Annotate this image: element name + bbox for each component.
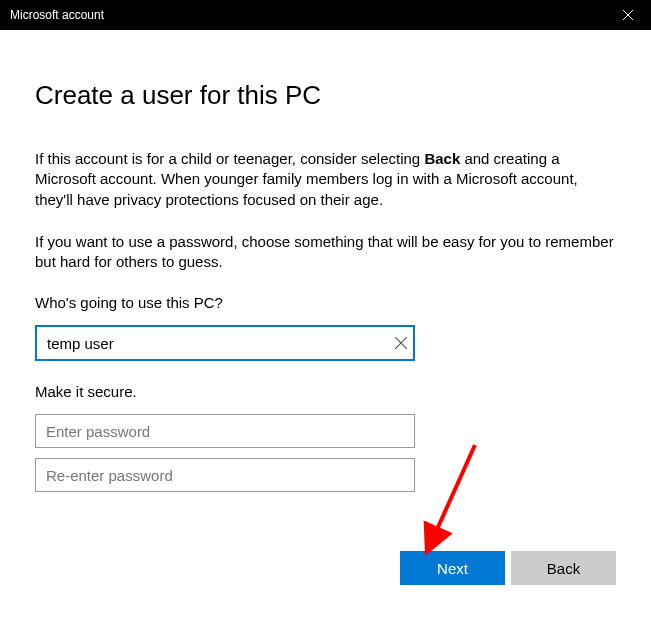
intro-paragraph-1: If this account is for a child or teenag… [35,149,616,210]
password-input[interactable] [35,414,415,448]
username-label: Who's going to use this PC? [35,294,616,311]
footer-buttons: Next Back [400,551,616,585]
close-icon [623,10,633,20]
intro-bold-back: Back [424,150,460,167]
close-button[interactable] [605,0,651,30]
next-button[interactable]: Next [400,551,505,585]
x-icon [395,337,407,349]
secure-label: Make it secure. [35,383,616,400]
username-input-wrap [35,325,415,361]
password-confirm-input[interactable] [35,458,415,492]
back-button[interactable]: Back [511,551,616,585]
intro-paragraph-2: If you want to use a password, choose so… [35,232,616,273]
intro-text-a: If this account is for a child or teenag… [35,150,424,167]
titlebar: Microsoft account [0,0,651,30]
page-title: Create a user for this PC [35,80,616,111]
clear-input-button[interactable] [395,337,407,349]
username-input[interactable] [35,325,415,361]
content-area: Create a user for this PC If this accoun… [0,30,651,492]
window-title: Microsoft account [10,8,104,22]
